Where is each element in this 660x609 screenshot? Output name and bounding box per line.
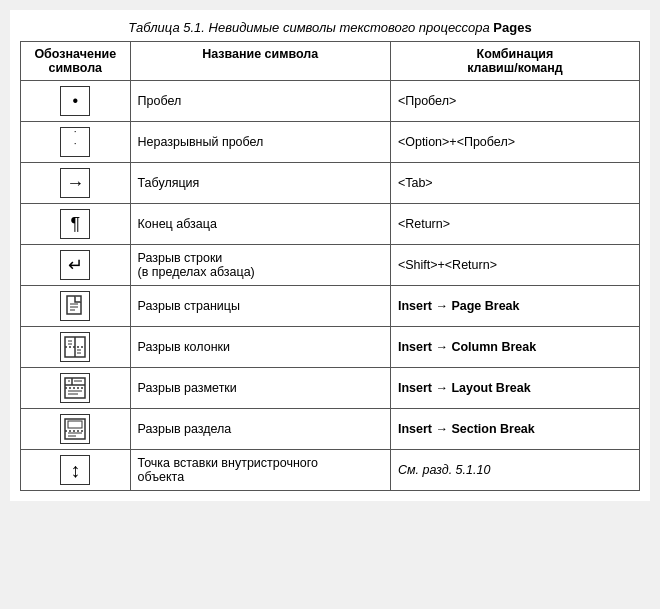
cell-name: Конец абзаца [130, 204, 390, 245]
cell-icon: ↵ [21, 245, 131, 286]
header-icon: Обозначениесимвола [21, 42, 131, 81]
table-row: →Табуляция<Tab> [21, 163, 640, 204]
icon-pagebreak [60, 291, 90, 321]
icon-nonbreak: ˙˙ [60, 127, 90, 157]
cell-keys: <Tab> [390, 163, 639, 204]
cell-icon: ˙˙ [21, 122, 131, 163]
symbols-table: Обозначениесимвола Название символа Комб… [20, 41, 640, 491]
cell-icon [21, 368, 131, 409]
cell-name: Разрыв страницы [130, 286, 390, 327]
cell-icon: ¶ [21, 204, 131, 245]
table-row: ↵Разрыв строки(в пределах абзаца)<Shift>… [21, 245, 640, 286]
sectionbreak-svg [64, 418, 86, 440]
icon-tab: → [60, 168, 90, 198]
icon-colbreak [60, 332, 90, 362]
icon-para: ¶ [60, 209, 90, 239]
cell-keys: <Return> [390, 204, 639, 245]
table-row: Разрыв колонкиInsert → Column Break [21, 327, 640, 368]
cell-keys: Insert → Column Break [390, 327, 639, 368]
icon-sectionbreak [60, 414, 90, 444]
cell-keys: <Option>+<Пробел> [390, 122, 639, 163]
cell-keys: Insert → Page Break [390, 286, 639, 327]
cell-keys: <Shift>+<Return> [390, 245, 639, 286]
table-row: •Пробел<Пробел> [21, 81, 640, 122]
table-row: Разрыв страницыInsert → Page Break [21, 286, 640, 327]
cell-name: Разрыв строки(в пределах абзаца) [130, 245, 390, 286]
cell-icon [21, 409, 131, 450]
icon-inline: ↕ [60, 455, 90, 485]
header-keys: Комбинацияклавиш/команд [390, 42, 639, 81]
table-header-row: Обозначениесимвола Название символа Комб… [21, 42, 640, 81]
cell-icon: → [21, 163, 131, 204]
layoutbreak-svg [64, 377, 86, 399]
table-row: Разрыв разметкиInsert → Layout Break [21, 368, 640, 409]
title-brand: Pages [493, 20, 531, 35]
table-row: Разрыв разделаInsert → Section Break [21, 409, 640, 450]
table-row: ¶Конец абзаца<Return> [21, 204, 640, 245]
cell-name: Табуляция [130, 163, 390, 204]
header-name: Название символа [130, 42, 390, 81]
cell-icon [21, 286, 131, 327]
title-suffix: Невидимые символы текстового процессора [209, 20, 494, 35]
page-container: Таблица 5.1. Невидимые символы текстовог… [10, 10, 650, 501]
cell-keys: Insert → Section Break [390, 409, 639, 450]
cell-name: Неразрывный пробел [130, 122, 390, 163]
cell-icon [21, 327, 131, 368]
table-row: ˙˙Неразрывный пробел<Option>+<Пробел> [21, 122, 640, 163]
pagebreak-svg [65, 295, 85, 317]
cell-icon: • [21, 81, 131, 122]
cell-name: Пробел [130, 81, 390, 122]
cell-keys: <Пробел> [390, 81, 639, 122]
cell-name: Разрыв раздела [130, 409, 390, 450]
icon-dot: • [60, 86, 90, 116]
cell-name: Разрыв колонки [130, 327, 390, 368]
colbreak-svg [64, 336, 86, 358]
title-prefix: Таблица 5.1. [128, 20, 205, 35]
table-row: ↕Точка вставки внутристрочногообъектаСм.… [21, 450, 640, 491]
table-title: Таблица 5.1. Невидимые символы текстовог… [20, 20, 640, 35]
cell-keys: Insert → Layout Break [390, 368, 639, 409]
svg-rect-0 [67, 296, 81, 314]
cell-keys: См. разд. 5.1.10 [390, 450, 639, 491]
cell-name: Разрыв разметки [130, 368, 390, 409]
icon-linebreak: ↵ [60, 250, 90, 280]
cell-icon: ↕ [21, 450, 131, 491]
icon-layoutbreak [60, 373, 90, 403]
svg-rect-20 [68, 421, 82, 428]
cell-name: Точка вставки внутристрочногообъекта [130, 450, 390, 491]
